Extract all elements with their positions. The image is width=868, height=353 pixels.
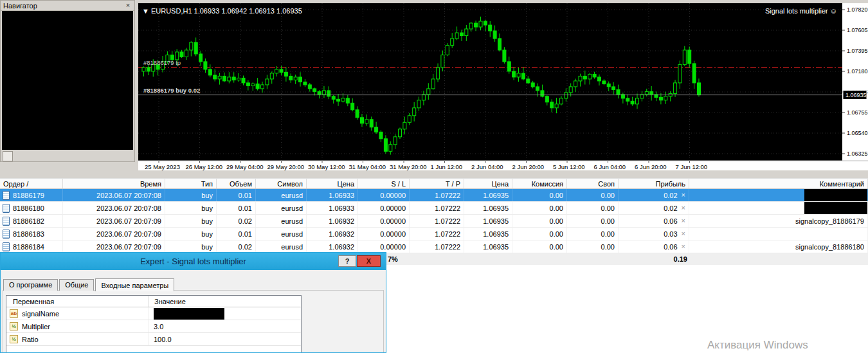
cell-price: 1.06935: [464, 202, 512, 214]
candle: [318, 91, 321, 95]
orders-column-header[interactable]: Символ: [256, 179, 307, 188]
cell-type: buy: [165, 240, 217, 253]
orders-column-header[interactable]: Цена: [464, 179, 512, 188]
parameters-body: absignalName½Multiplier3.0½Ratio100.0: [6, 307, 301, 346]
orders-column-header[interactable]: Ордер /: [0, 179, 63, 188]
navigator-content[interactable]: [2, 11, 133, 150]
close-icon[interactable]: ×: [124, 2, 132, 10]
help-button[interactable]: ?: [338, 255, 356, 267]
orders-column-header[interactable]: S / L: [358, 179, 410, 188]
order-icon: [3, 230, 10, 239]
dialog-tab-2[interactable]: Входные параметры: [95, 278, 174, 291]
candle: [341, 98, 345, 102]
chart-window: 1.078201.076051.073951.071801.069651.067…: [138, 3, 868, 170]
cell-symbol: eurusd: [256, 189, 307, 201]
parameters-header-value: Значение: [149, 296, 301, 307]
candle: [612, 87, 615, 90]
candle: [422, 95, 425, 100]
candle: [441, 55, 444, 68]
candle: [437, 68, 440, 79]
cell-open_price: 1.06932: [307, 215, 358, 227]
order-row[interactable]: 818861842023.06.07 20:07:09buy0.02eurusd…: [0, 240, 868, 253]
cell-price: 1.06935: [464, 228, 512, 240]
candle: [588, 74, 592, 79]
candle: [664, 96, 667, 100]
candle: [674, 83, 677, 94]
parameter-row[interactable]: ½Ratio100.0: [6, 333, 301, 346]
cell-time: 2023.06.07 20:07:09: [63, 215, 165, 227]
order-row[interactable]: 818861822023.06.07 20:07:09buy0.02eurusd…: [0, 215, 868, 228]
candle: [545, 96, 548, 102]
close-order-button[interactable]: ×: [682, 192, 685, 199]
parameter-row[interactable]: absignalName: [6, 307, 301, 320]
candle: [275, 69, 278, 73]
time-axis-label: 6 Jun 04:00: [594, 163, 626, 170]
candle: [327, 91, 330, 96]
candle: [199, 54, 203, 62]
dialog-close-button[interactable]: X: [357, 255, 381, 267]
candle: [507, 62, 511, 71]
candle: [280, 69, 283, 73]
candle: [692, 64, 696, 83]
parameter-name-cell: ½Multiplier: [6, 320, 149, 332]
cell-profit: 0.02×: [619, 189, 689, 201]
mt4-terminal: Навигатор × 1.078201.076051.073951.07180…: [0, 0, 868, 353]
candle: [579, 76, 582, 81]
candle: [698, 83, 701, 95]
cell-time: 2023.06.07 20:07:08: [63, 189, 165, 201]
time-axis-label: 2 Jun 04:00: [471, 163, 503, 170]
candle: [602, 81, 606, 84]
parameter-row[interactable]: ½Multiplier3.0: [6, 320, 301, 333]
dialog-tab-1[interactable]: Общие: [59, 279, 94, 291]
candle: [465, 29, 468, 36]
navigator-footer-button[interactable]: [3, 151, 13, 161]
close-order-button[interactable]: ×: [682, 204, 685, 212]
orders-column-header[interactable]: Комиссия: [512, 179, 567, 188]
cell-sl: 0.00000: [358, 189, 410, 201]
order-row[interactable]: 818861832023.06.07 20:07:09buy0.01eurusd…: [0, 228, 868, 240]
price-scale-label: 1.06325: [847, 150, 868, 157]
orders-column-header[interactable]: Прибыль: [619, 179, 689, 188]
cell-swap: 0.00: [567, 228, 619, 240]
parameter-value-cell[interactable]: [149, 307, 301, 320]
parameter-value-cell[interactable]: 100.0: [149, 333, 301, 345]
price-chart[interactable]: 1.078201.076051.073951.071801.069651.067…: [138, 3, 868, 170]
cell-type: buy: [165, 189, 217, 201]
orders-column-header[interactable]: Цена: [307, 179, 358, 188]
close-order-button[interactable]: ×: [682, 230, 685, 237]
candle: [417, 100, 420, 108]
cell-price: 1.06935: [464, 215, 512, 227]
close-order-button[interactable]: ×: [682, 217, 685, 224]
cell-id: 81886182: [0, 215, 63, 227]
orders-column-header[interactable]: Своп: [567, 179, 619, 188]
cell-volume: 0.01: [217, 202, 256, 214]
dialog-titlebar[interactable]: Expert - Signal lots multiplier ? X: [1, 253, 386, 270]
cell-sl: 0.00000: [358, 215, 410, 227]
candle: [237, 78, 240, 80]
parameter-name-cell: ½Ratio: [6, 333, 149, 345]
cell-commission: 0.00: [512, 240, 567, 253]
candle: [270, 73, 273, 79]
close-order-button[interactable]: ×: [682, 243, 685, 250]
orders-column-header[interactable]: Комментарий: [689, 179, 868, 188]
candle: [555, 104, 558, 108]
time-axis-label: 25 May 2023: [145, 163, 180, 170]
order-row[interactable]: 818861792023.06.07 20:07:08buy0.01eurusd…: [0, 189, 868, 202]
orders-column-header[interactable]: T / P: [410, 179, 464, 188]
orders-column-header[interactable]: Объем: [217, 179, 256, 188]
orders-body: 818861792023.06.07 20:07:08buy0.01eurusd…: [0, 189, 868, 253]
cell-swap: 0.00: [567, 215, 619, 227]
dialog-tab-0[interactable]: О программе: [3, 279, 58, 291]
cell-commission: 0.00: [512, 189, 567, 201]
candle: [190, 42, 193, 50]
order-row[interactable]: 818861802023.06.07 20:07:08buy0.01eurusd…: [0, 202, 868, 215]
cell-open_price: 1.06933: [307, 202, 358, 214]
navigator-titlebar[interactable]: Навигатор ×: [1, 1, 134, 11]
parameter-value-cell[interactable]: 3.0: [149, 320, 301, 332]
candle: [650, 91, 653, 95]
orders-column-header[interactable]: Тип: [165, 179, 217, 188]
candle: [251, 84, 255, 86]
dialog-title: Expert - Signal lots multiplier: [1, 253, 386, 270]
orders-column-header[interactable]: Время: [63, 179, 165, 188]
candle: [541, 91, 544, 96]
